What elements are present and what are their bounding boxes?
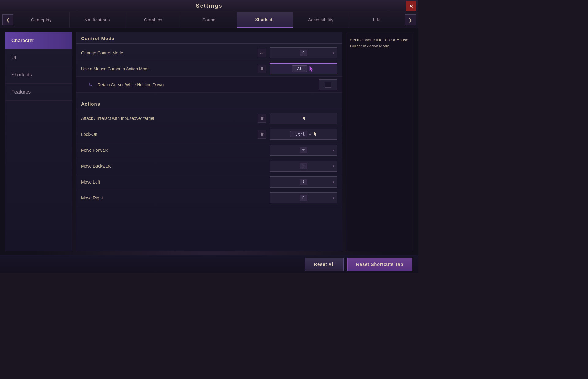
binding-move-forward[interactable]: W ▼ — [270, 145, 337, 156]
sidebar-item-character[interactable]: Character — [5, 32, 72, 49]
reset-btn-change-control-mode[interactable]: ↩ — [258, 49, 266, 57]
tab-graphics[interactable]: Graphics — [125, 12, 181, 28]
reset-all-button[interactable]: Reset All — [305, 258, 344, 271]
sidebar-item-ui[interactable]: UI — [5, 49, 72, 66]
bottom-bar: Reset All Reset Shortcuts Tab — [0, 255, 418, 273]
actions-header: Actions — [76, 98, 342, 109]
row-change-control-mode: Change Control Mode ↩ 9 ▼ — [76, 45, 342, 61]
dropdown-arrow-ccm: ▼ — [332, 51, 335, 54]
label-change-control-mode: Change Control Mode — [81, 50, 254, 55]
sidebar-item-shortcuts[interactable]: Shortcuts — [5, 66, 72, 84]
row-attack-interact: Attack / Interact with mouseover target … — [76, 110, 342, 126]
label-retain-cursor: Retain Cursor While Holding Down — [97, 82, 315, 87]
label-move-forward: Move Forward — [81, 148, 266, 153]
key-tag-d: D — [300, 195, 307, 201]
key-tag-w: W — [300, 147, 307, 153]
tab-arrow-left[interactable]: ❮ — [2, 14, 13, 25]
tab-gameplay[interactable]: Gameplay — [13, 12, 70, 28]
label-move-left: Move Left — [81, 180, 266, 184]
tabs-bar: ❮ Gameplay Notifications Graphics Sound … — [0, 12, 418, 28]
tab-accessibility[interactable]: Accessibility — [293, 12, 349, 28]
tab-info[interactable]: Info — [349, 12, 405, 28]
label-move-right: Move Right — [81, 195, 266, 200]
close-button[interactable]: ✕ — [406, 1, 416, 11]
binding-change-control-mode[interactable]: 9 ▼ — [270, 47, 337, 58]
empty-binding-box — [325, 82, 331, 88]
row-mouse-cursor-action: Use a Mouse Cursor in Action Mode 🗑 ·Alt — [76, 61, 342, 77]
dropdown-arrow-mf: ▼ — [332, 148, 335, 152]
main-content: Character UI Shortcuts Features Control … — [0, 28, 418, 255]
delete-btn-attack[interactable]: 🗑 — [258, 114, 266, 123]
binding-retain-cursor[interactable] — [319, 79, 337, 90]
tab-shortcuts[interactable]: Shortcuts — [237, 12, 293, 28]
mouse-icon-attack: 🖱 — [301, 116, 306, 121]
right-panel: Control Mode Change Control Mode ↩ 9 ▼ U… — [76, 32, 342, 251]
tab-arrow-right[interactable]: ❯ — [405, 14, 416, 25]
control-mode-header: Control Mode — [76, 32, 342, 44]
dropdown-arrow-ml: ▼ — [332, 180, 335, 184]
binding-lock-on[interactable]: ·Ctrl + 🖱 — [270, 129, 337, 140]
delete-btn-mouse-cursor[interactable]: 🗑 — [258, 65, 266, 73]
key-plus: + — [308, 132, 311, 137]
title-bar: Settings ✕ — [0, 0, 418, 12]
delete-btn-lockon[interactable]: 🗑 — [258, 130, 266, 139]
row-move-right: Move Right D ▼ — [76, 190, 342, 206]
sidebar: Character UI Shortcuts Features — [5, 32, 72, 251]
label-mouse-cursor-action: Use a Mouse Cursor in Action Mode — [81, 66, 254, 71]
tab-notifications[interactable]: Notifications — [70, 12, 126, 28]
row-move-left: Move Left A ▼ — [76, 174, 342, 190]
cursor-icon — [308, 65, 315, 72]
mouse-icon-lockon: 🖱 — [312, 132, 317, 137]
reset-shortcuts-tab-button[interactable]: Reset Shortcuts Tab — [347, 258, 412, 271]
row-move-forward: Move Forward W ▼ — [76, 142, 342, 158]
key-tag-s: S — [300, 163, 307, 169]
tab-sound[interactable]: Sound — [181, 12, 237, 28]
label-attack-interact: Attack / Interact with mouseover target — [81, 116, 254, 121]
row-move-backward: Move Backward S ▼ — [76, 158, 342, 174]
label-lock-on: Lock-On — [81, 132, 254, 137]
label-move-backward: Move Backward — [81, 164, 266, 169]
sidebar-item-features[interactable]: Features — [5, 84, 72, 101]
key-tag-alt: ·Alt — [292, 65, 307, 72]
key-tag-a: A — [300, 179, 307, 185]
svg-marker-0 — [310, 66, 313, 72]
binding-attack-interact[interactable]: 🖱 — [270, 113, 337, 124]
binding-mouse-cursor-action[interactable]: ·Alt — [270, 63, 337, 74]
key-tag-ctrl: ·Ctrl — [290, 131, 307, 137]
binding-move-right[interactable]: D ▼ — [270, 192, 337, 203]
dropdown-arrow-mr: ▼ — [332, 196, 335, 199]
sub-arrow-icon: ↳ — [89, 82, 92, 87]
window-title: Settings — [196, 3, 222, 9]
key-tag-9: 9 — [300, 50, 307, 56]
binding-move-backward[interactable]: S ▼ — [270, 161, 337, 172]
tooltip-text: Set the shortcut for Use a Mouse Cursor … — [350, 38, 408, 48]
binding-move-left[interactable]: A ▼ — [270, 176, 337, 188]
row-retain-cursor: ↳ Retain Cursor While Holding Down — [76, 77, 342, 93]
dropdown-arrow-mb: ▼ — [332, 164, 335, 168]
tabs-list: Gameplay Notifications Graphics Sound Sh… — [13, 12, 405, 28]
tooltip-panel: Set the shortcut for Use a Mouse Cursor … — [346, 32, 413, 251]
row-lock-on: Lock-On 🗑 ·Ctrl + 🖱 — [76, 126, 342, 142]
